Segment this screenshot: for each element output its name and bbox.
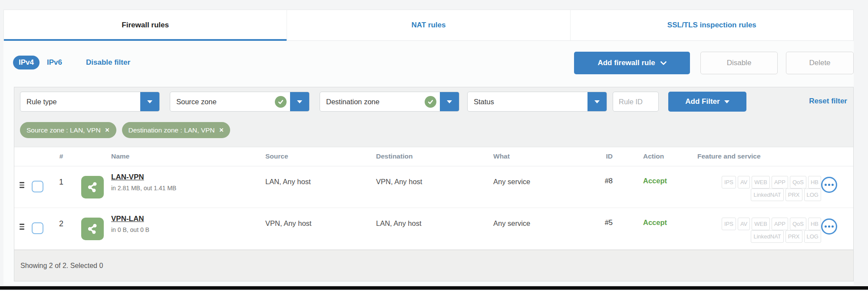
ipv6-toggle[interactable]: IPv6: [47, 58, 62, 67]
rules-tab-bar: Firewall rules NAT rules SSL/TLS inspect…: [3, 10, 854, 41]
chevron-down-icon: [724, 100, 729, 103]
close-icon[interactable]: ✕: [105, 127, 110, 133]
rule-type-dropdown-label: Rule type: [20, 98, 140, 106]
rule-name-link[interactable]: LAN-VPN: [111, 173, 144, 182]
destination-cell: LAN, Any host: [376, 219, 422, 228]
badge-av: AV: [738, 176, 750, 188]
status-dropdown-toggle[interactable]: [587, 92, 607, 111]
ipv4-label: IPv4: [19, 58, 34, 67]
badge-app: APP: [772, 218, 788, 230]
badge-hb: HB: [808, 176, 821, 188]
ellipsis-icon: [828, 225, 831, 228]
rule-traffic-stats: in 0 B, out 0 B: [111, 226, 149, 233]
header-what: What: [493, 152, 510, 160]
tab-nat-rules-label: NAT rules: [411, 21, 446, 30]
destination-zone-dropdown-label: Destination zone: [320, 98, 425, 106]
tab-firewall-rules-label: Firewall rules: [122, 21, 169, 30]
badge-prx: PRX: [785, 230, 802, 243]
source-zone-dropdown[interactable]: Source zone: [170, 92, 310, 112]
disable-filter-link[interactable]: Disable filter: [86, 58, 130, 67]
rule-id-cell: #5: [574, 218, 613, 227]
table-row: 2 VPN-LAN in 0 B, out 0 B VPN, Any host …: [14, 208, 853, 250]
feature-and-service-badges: IPSAVWEBAPPQoSHB LinkedNATPRXLOG: [697, 176, 821, 201]
ellipsis-icon: [832, 225, 834, 228]
add-filter-label: Add Filter: [685, 97, 719, 106]
table-row: 1 LAN-VPN in 2.81 MB, out 1.41 MB LAN, A…: [14, 166, 853, 208]
badge-ips: IPS: [722, 176, 736, 188]
badge-qos: QoS: [790, 218, 806, 230]
rule-order-number: 2: [51, 219, 72, 228]
row-checkbox[interactable]: [32, 181, 43, 192]
filter-chip-destination-zone[interactable]: Destination zone : LAN, VPN ✕: [122, 122, 231, 138]
feature-and-service-badges: IPSAVWEBAPPQoSHB LinkedNATPRXLOG: [697, 218, 821, 243]
filter-chip-label: Source zone : LAN, VPN: [26, 126, 101, 134]
filter-applied-check-icon: [425, 96, 436, 108]
ipv4-toggle[interactable]: IPv4: [13, 56, 40, 69]
drag-handle-icon[interactable]: [20, 224, 24, 230]
rule-name-cell: VPN-LAN in 0 B, out 0 B: [111, 215, 149, 233]
active-tab-underline: [4, 39, 287, 41]
source-cell: VPN, Any host: [265, 219, 311, 228]
more-options-button[interactable]: [821, 218, 837, 235]
destination-zone-dropdown[interactable]: Destination zone: [320, 92, 459, 112]
table-footer: Showing 2 of 2. Selected 0: [14, 250, 853, 281]
action-cell: Accept: [643, 177, 667, 185]
header-id: ID: [574, 152, 613, 160]
row-checkbox[interactable]: [32, 222, 43, 234]
header-number: #: [51, 152, 72, 160]
chevron-down-icon: [447, 100, 452, 103]
share-icon: [81, 218, 104, 240]
close-icon[interactable]: ✕: [219, 127, 224, 133]
chevron-down-icon: [297, 100, 302, 103]
drag-handle-icon[interactable]: [20, 182, 24, 188]
source-cell: LAN, Any host: [265, 178, 311, 186]
source-zone-dropdown-label: Source zone: [170, 98, 275, 106]
chevron-down-icon: [660, 61, 667, 65]
rule-type-dropdown-toggle[interactable]: [140, 92, 159, 111]
delete-button[interactable]: Delete: [786, 52, 854, 74]
what-cell: Any service: [493, 219, 530, 228]
tab-ssl-tls-inspection-rules[interactable]: SSL/TLS inspection rules: [570, 10, 853, 40]
ellipsis-icon: [828, 184, 831, 186]
header-destination: Destination: [376, 152, 413, 160]
badge-hb: HB: [808, 218, 821, 230]
header-name: Name: [111, 152, 129, 160]
badge-qos: QoS: [790, 176, 806, 188]
more-options-button[interactable]: [821, 177, 837, 193]
destination-cell: VPN, Any host: [376, 178, 422, 186]
rule-traffic-stats: in 2.81 MB, out 1.41 MB: [111, 185, 176, 192]
status-dropdown-label: Status: [468, 98, 587, 106]
badge-linkednat: LinkedNAT: [751, 188, 783, 201]
table-header-row: # Name Source Destination What ID Action…: [14, 147, 853, 166]
ellipsis-icon: [825, 225, 827, 228]
chevron-down-icon: [147, 100, 152, 103]
reset-filter-link[interactable]: Reset filter: [809, 97, 847, 106]
badge-linkednat: LinkedNAT: [751, 230, 783, 243]
header-source: Source: [265, 152, 288, 160]
filter-chip-source-zone[interactable]: Source zone : LAN, VPN ✕: [20, 122, 116, 138]
tab-firewall-rules[interactable]: Firewall rules: [4, 10, 287, 40]
window-bottom-edge: [0, 286, 868, 290]
filter-chip-label: Destination zone : LAN, VPN: [129, 126, 215, 134]
rule-type-dropdown[interactable]: Rule type: [20, 92, 160, 112]
active-filter-chips: Source zone : LAN, VPN ✕ Destination zon…: [20, 122, 230, 138]
source-zone-dropdown-toggle[interactable]: [290, 92, 309, 111]
action-cell: Accept: [643, 218, 667, 227]
rule-id-input[interactable]: [613, 92, 659, 112]
status-dropdown[interactable]: Status: [467, 92, 607, 112]
firewall-rules-page: Firewall rules NAT rules SSL/TLS inspect…: [0, 0, 868, 291]
header-action: Action: [643, 152, 664, 160]
filter-applied-check-icon: [275, 96, 287, 108]
disable-button[interactable]: Disable: [700, 52, 778, 74]
rule-name-cell: LAN-VPN in 2.81 MB, out 1.41 MB: [111, 173, 176, 192]
tab-nat-rules[interactable]: NAT rules: [287, 10, 570, 40]
badge-ips: IPS: [722, 218, 736, 230]
badge-log: LOG: [804, 230, 821, 243]
share-icon: [81, 176, 104, 198]
add-filter-button[interactable]: Add Filter: [668, 92, 746, 112]
add-firewall-rule-button[interactable]: Add firewall rule: [574, 52, 690, 74]
badge-web: WEB: [752, 176, 770, 188]
rule-name-link[interactable]: VPN-LAN: [111, 215, 144, 223]
destination-zone-dropdown-toggle[interactable]: [440, 92, 459, 111]
badge-log: LOG: [804, 188, 821, 201]
